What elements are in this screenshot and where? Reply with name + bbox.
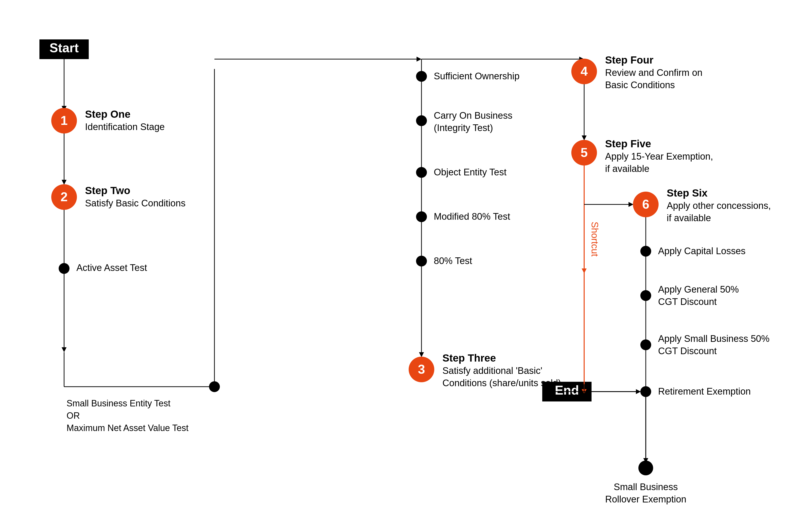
step1-number: 1 [61, 113, 68, 128]
branch-item-2a: Carry On Business [434, 110, 512, 121]
step6-bullet-1 [640, 246, 651, 256]
step6-item-2a: Apply General 50% [658, 284, 739, 294]
shortcut-label: Shortcut [589, 222, 600, 256]
branch-bullet-2 [416, 115, 427, 126]
diagram-container: Start 1 Step One Identification Stage 2 … [0, 0, 804, 532]
branch-bullet-4 [416, 211, 427, 222]
sbe-test-line1: Small Business Entity Test [67, 398, 170, 408]
step5-number: 5 [581, 145, 588, 159]
step6-item-2b: CGT Discount [658, 297, 717, 307]
step5-desc2: if available [605, 164, 650, 174]
branch-item-1: Sufficient Ownership [434, 71, 519, 81]
step6-desc1: Apply other concessions, [667, 201, 771, 211]
step1-desc: Identification Stage [85, 122, 165, 132]
active-asset-bullet [59, 263, 70, 274]
final-item-1: Small Business [614, 482, 678, 492]
step3-title: Step Three [442, 352, 496, 364]
step6-item-3a: Apply Small Business 50% [658, 334, 769, 344]
step4-desc2: Basic Conditions [605, 80, 675, 90]
active-asset-label: Active Asset Test [76, 263, 147, 273]
step4-title: Step Four [605, 54, 653, 66]
final-item-2: Rollover Exemption [605, 494, 686, 505]
svg-marker-14 [419, 352, 424, 357]
step3-number: 3 [418, 362, 425, 376]
step2-desc: Satisfy Basic Conditions [85, 198, 186, 208]
step6-bullet-4 [640, 386, 651, 397]
step6-item-3b: CGT Discount [658, 346, 717, 356]
step6-number: 6 [642, 197, 650, 211]
step6-item-4: Retirement Exemption [658, 386, 751, 397]
branch-item-4: Modified 80% Test [434, 211, 510, 222]
svg-marker-22 [628, 202, 634, 207]
branch-item-3: Object Entity Test [434, 167, 507, 177]
branch-bullet-3 [416, 167, 427, 178]
step4-desc1: Review and Confirm on [605, 68, 702, 78]
start-label: Start [50, 41, 79, 55]
step5-title: Step Five [605, 138, 651, 150]
branch-item-2b: (Integrity Test) [434, 123, 493, 133]
step6-bullet-3 [640, 339, 651, 350]
sbe-test-line2: OR [67, 411, 80, 421]
final-bullet [638, 460, 653, 475]
step4-number: 4 [581, 64, 588, 78]
step1-title: Step One [85, 108, 130, 120]
step6-title: Step Six [667, 187, 708, 199]
svg-marker-11 [417, 57, 421, 61]
step6-item-1: Apply Capital Losses [658, 246, 746, 256]
step2-title: Step Two [85, 185, 130, 196]
step6-desc2: if available [667, 213, 711, 223]
end-label: End [555, 383, 579, 397]
sbe-test-line3: Maximum Net Asset Value Test [67, 423, 188, 433]
branch-bullet-5 [416, 256, 427, 266]
branch-item-5: 80% Test [434, 256, 472, 266]
step6-bullet-2 [640, 290, 651, 301]
step3-desc1: Satisfy additional 'Basic' [442, 365, 542, 376]
step2-number: 2 [61, 190, 68, 204]
branch-bullet-1 [416, 71, 427, 82]
step5-desc1: Apply 15-Year Exemption, [605, 151, 713, 162]
svg-marker-3 [61, 180, 67, 185]
svg-marker-6 [61, 347, 67, 352]
svg-marker-18 [582, 135, 587, 140]
